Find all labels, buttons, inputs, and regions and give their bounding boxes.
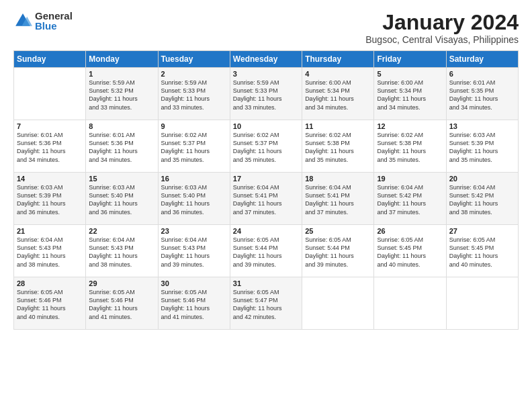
cell-info: Sunrise: 6:04 AMSunset: 5:41 PMDaylight:… — [233, 183, 299, 216]
cell-info-line: Daylight: 11 hours — [17, 305, 66, 312]
cell-info-line: and 37 minutes. — [377, 209, 420, 216]
logo-icon — [13, 11, 32, 30]
cell-info-line: Sunrise: 6:03 AM — [449, 132, 496, 138]
cell-info-line: Sunrise: 6:04 AM — [305, 184, 351, 191]
cell-info-line: Sunrise: 6:03 AM — [17, 184, 63, 191]
cell-info: Sunrise: 5:59 AMSunset: 5:32 PMDaylight:… — [89, 79, 154, 111]
calendar-cell: 11Sunrise: 6:02 AMSunset: 5:38 PMDayligh… — [302, 120, 374, 173]
calendar-cell: 21Sunrise: 6:04 AMSunset: 5:43 PMDayligh… — [14, 225, 86, 277]
cell-info-line: Daylight: 11 hours — [377, 148, 426, 154]
calendar-cell: 13Sunrise: 6:03 AMSunset: 5:39 PMDayligh… — [446, 120, 518, 173]
day-number: 22 — [89, 227, 154, 235]
cell-info-line: Daylight: 11 hours — [161, 305, 210, 312]
cell-info-line: Daylight: 11 hours — [377, 95, 426, 102]
cell-info-line: Sunset: 5:35 PM — [449, 87, 494, 94]
cell-info-line: Sunset: 5:36 PM — [17, 140, 62, 146]
cell-info-line: Sunset: 5:37 PM — [161, 140, 206, 146]
calendar-cell: 6Sunrise: 6:01 AMSunset: 5:35 PMDaylight… — [446, 68, 518, 120]
cell-info-line: Sunset: 5:44 PM — [305, 244, 350, 251]
day-number: 5 — [377, 70, 443, 78]
cell-info-line: and 34 minutes. — [89, 156, 132, 163]
cell-info-line: Sunrise: 6:05 AM — [17, 289, 63, 295]
calendar-cell: 19Sunrise: 6:04 AMSunset: 5:42 PMDayligh… — [374, 173, 446, 225]
cell-info: Sunrise: 6:05 AMSunset: 5:46 PMDaylight:… — [161, 288, 227, 321]
day-number: 9 — [161, 122, 227, 130]
calendar-cell — [374, 277, 446, 330]
cell-info: Sunrise: 6:02 AMSunset: 5:37 PMDaylight:… — [233, 131, 299, 164]
cell-info-line: Sunset: 5:45 PM — [377, 244, 422, 251]
calendar-week-row: 7Sunrise: 6:01 AMSunset: 5:36 PMDaylight… — [14, 120, 519, 173]
cell-info-line: Sunrise: 6:02 AM — [233, 132, 279, 138]
cell-info-line: Daylight: 11 hours — [305, 253, 354, 259]
cell-info-line: Sunrise: 6:03 AM — [161, 184, 208, 191]
cell-info-line: Sunset: 5:39 PM — [449, 140, 494, 146]
location: Bugsoc, Central Visayas, Philippines — [365, 34, 519, 45]
header: General Blue January 2024 Bugsoc, Centra… — [13, 11, 519, 45]
calendar-cell: 14Sunrise: 6:03 AMSunset: 5:39 PMDayligh… — [14, 173, 86, 225]
cell-info: Sunrise: 6:05 AMSunset: 5:44 PMDaylight:… — [233, 236, 299, 269]
cell-info-line: and 42 minutes. — [233, 314, 276, 320]
calendar-cell: 3Sunrise: 5:59 AMSunset: 5:33 PMDaylight… — [230, 68, 302, 120]
calendar-header-row: SundayMondayTuesdayWednesdayThursdayFrid… — [14, 51, 519, 68]
day-number: 13 — [449, 122, 515, 130]
cell-info: Sunrise: 6:05 AMSunset: 5:46 PMDaylight:… — [17, 288, 83, 321]
cell-info: Sunrise: 6:05 AMSunset: 5:44 PMDaylight:… — [305, 236, 371, 269]
cell-info-line: Daylight: 11 hours — [233, 305, 282, 312]
cell-info-line: and 35 minutes. — [161, 156, 204, 163]
day-of-week-header: Monday — [86, 51, 158, 68]
cell-info-line: and 33 minutes. — [89, 104, 132, 111]
cell-info: Sunrise: 6:00 AMSunset: 5:34 PMDaylight:… — [305, 79, 371, 111]
page: General Blue January 2024 Bugsoc, Centra… — [0, 0, 532, 411]
day-number: 3 — [233, 70, 299, 78]
calendar-cell: 2Sunrise: 5:59 AMSunset: 5:33 PMDaylight… — [158, 68, 230, 120]
day-of-week-header: Saturday — [446, 51, 518, 68]
cell-info-line: Daylight: 11 hours — [449, 95, 498, 102]
cell-info-line: Sunrise: 5:59 AM — [233, 79, 279, 86]
cell-info-line: and 39 minutes. — [161, 261, 204, 268]
cell-info-line: Sunset: 5:46 PM — [17, 297, 62, 304]
day-number: 17 — [233, 175, 299, 183]
cell-info-line: Daylight: 11 hours — [161, 95, 210, 102]
cell-info-line: and 41 minutes. — [89, 314, 132, 320]
day-of-week-header: Wednesday — [230, 51, 302, 68]
cell-info-line: Sunset: 5:41 PM — [233, 192, 278, 199]
cell-info-line: and 35 minutes. — [233, 156, 276, 163]
cell-info-line: Sunset: 5:37 PM — [233, 140, 278, 146]
cell-info-line: Daylight: 11 hours — [89, 200, 138, 207]
cell-info-line: and 36 minutes. — [89, 209, 132, 216]
cell-info-line: Sunset: 5:39 PM — [17, 192, 62, 199]
day-number: 30 — [161, 279, 227, 287]
cell-info: Sunrise: 5:59 AMSunset: 5:33 PMDaylight:… — [233, 79, 299, 111]
day-number: 26 — [377, 227, 443, 235]
day-number: 18 — [305, 175, 371, 183]
cell-info-line: Sunrise: 6:00 AM — [305, 79, 351, 86]
calendar-cell: 25Sunrise: 6:05 AMSunset: 5:44 PMDayligh… — [302, 225, 374, 277]
cell-info-line: and 39 minutes. — [233, 261, 276, 268]
day-number: 23 — [161, 227, 227, 235]
cell-info-line: Sunrise: 6:04 AM — [17, 236, 63, 243]
cell-info-line: and 34 minutes. — [17, 156, 60, 163]
day-number: 4 — [305, 70, 371, 78]
cell-info-line: Sunset: 5:32 PM — [89, 87, 134, 94]
cell-info-line: Sunset: 5:33 PM — [233, 87, 278, 94]
calendar-table: SundayMondayTuesdayWednesdayThursdayFrid… — [13, 50, 519, 330]
cell-info-line: and 37 minutes. — [305, 209, 348, 216]
calendar-cell: 7Sunrise: 6:01 AMSunset: 5:36 PMDaylight… — [14, 120, 86, 173]
calendar-cell: 29Sunrise: 6:05 AMSunset: 5:46 PMDayligh… — [86, 277, 158, 330]
cell-info: Sunrise: 6:04 AMSunset: 5:43 PMDaylight:… — [17, 236, 83, 269]
day-number: 6 — [449, 70, 515, 78]
cell-info-line: and 38 minutes. — [17, 261, 60, 268]
cell-info: Sunrise: 6:03 AMSunset: 5:40 PMDaylight:… — [89, 183, 154, 216]
calendar-cell: 30Sunrise: 6:05 AMSunset: 5:46 PMDayligh… — [158, 277, 230, 330]
cell-info: Sunrise: 6:05 AMSunset: 5:46 PMDaylight:… — [89, 288, 154, 321]
cell-info-line: Sunrise: 6:02 AM — [377, 132, 423, 138]
cell-info-line: and 35 minutes. — [449, 156, 492, 163]
cell-info-line: Sunset: 5:46 PM — [89, 297, 134, 304]
day-number: 27 — [449, 227, 515, 235]
cell-info-line: Daylight: 11 hours — [17, 148, 66, 154]
cell-info-line: Sunset: 5:44 PM — [233, 244, 278, 251]
cell-info-line: Daylight: 11 hours — [449, 148, 498, 154]
day-number: 21 — [17, 227, 83, 235]
cell-info-line: Sunrise: 6:05 AM — [233, 289, 279, 295]
cell-info: Sunrise: 5:59 AMSunset: 5:33 PMDaylight:… — [161, 79, 227, 111]
